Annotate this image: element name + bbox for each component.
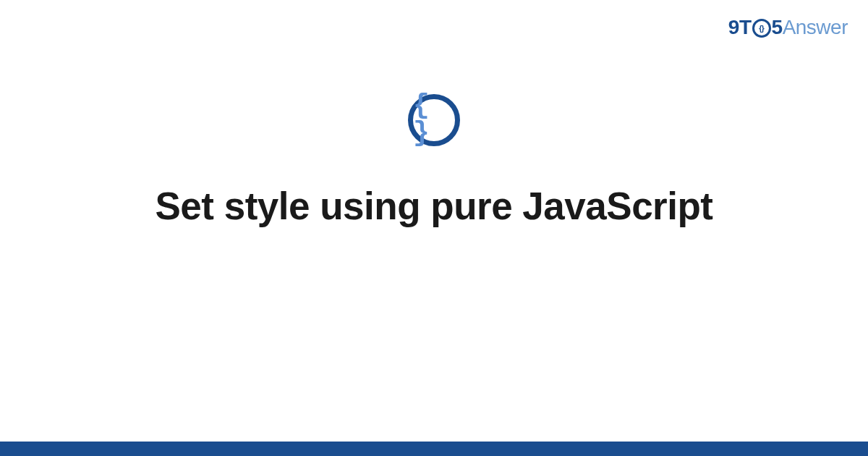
code-braces-icon: { } [408,94,460,146]
logo-text-answer: Answer [783,16,848,39]
page-title: Set style using pure JavaScript [156,184,713,228]
logo-text-9t: 9T [728,16,752,39]
footer-bar [0,442,868,456]
site-logo: 9T {} 5 Answer [728,16,848,39]
braces-symbol: { } [413,92,455,147]
main-content: { } Set style using pure JavaScript [0,94,868,228]
logo-text-5: 5 [772,16,783,39]
logo-circle-inner: {} [759,24,764,33]
logo-circle-icon: {} [752,19,771,38]
